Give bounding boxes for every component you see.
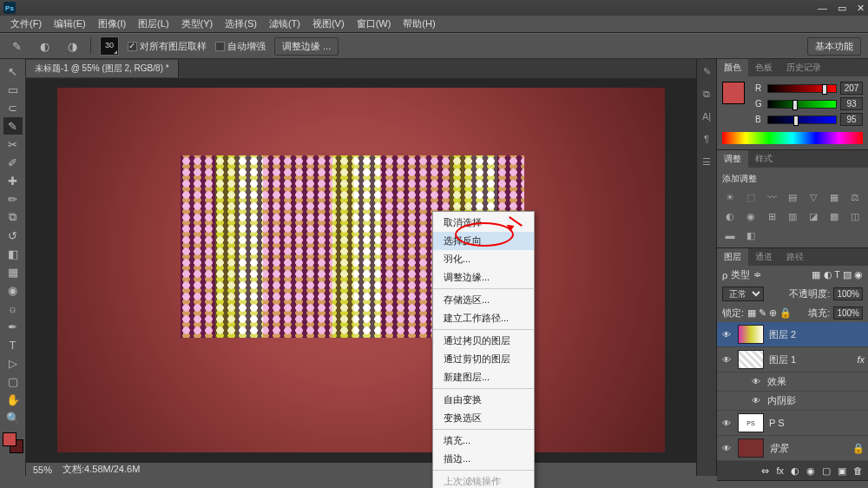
brightness-icon[interactable]: ☀ — [722, 190, 738, 204]
document-tab[interactable]: 未标题-1 @ 55% (图层 2, RGB/8) * — [26, 60, 179, 77]
char-panel-icon[interactable]: A| — [700, 109, 713, 123]
menu-image[interactable]: 图像(I) — [93, 16, 131, 32]
r-value[interactable]: 207 — [840, 82, 863, 95]
mixer-icon[interactable]: ⊞ — [764, 209, 779, 223]
levels-icon[interactable]: ⬚ — [743, 190, 759, 204]
styles-tab[interactable]: 样式 — [748, 150, 779, 168]
color-tab[interactable]: 颜色 — [717, 59, 748, 76]
path-tool[interactable]: ▷ — [3, 354, 23, 372]
menu-help[interactable]: 帮助(H) — [398, 16, 440, 32]
stamp-tool[interactable]: ⧉ — [3, 208, 23, 226]
history-brush-tool[interactable]: ↺ — [3, 227, 23, 244]
menu-cut-layer[interactable]: 通过剪切的图层 — [433, 350, 534, 368]
menu-copy-layer[interactable]: 通过拷贝的图层 — [433, 332, 534, 350]
menu-deselect[interactable]: 取消选择 — [433, 214, 534, 232]
fx-icon[interactable]: fx — [776, 465, 784, 476]
brush-preset[interactable]: 30 — [100, 36, 119, 56]
layer-name[interactable]: 图层 1 — [769, 353, 796, 366]
marquee-tool[interactable]: ▭ — [3, 81, 23, 98]
dodge-tool[interactable]: ☼ — [3, 300, 23, 317]
layer-row[interactable]: 👁 PS P S — [717, 411, 868, 436]
zoom-level[interactable]: 55% — [33, 465, 52, 475]
menu-save-selection[interactable]: 存储选区... — [433, 291, 534, 309]
quick-select-tool[interactable]: ✎ — [3, 117, 23, 135]
layer-row[interactable]: 👁 图层 1 fx — [717, 347, 868, 373]
curves-icon[interactable]: 〰 — [764, 190, 779, 204]
g-slider[interactable] — [767, 100, 837, 109]
mask-icon[interactable]: ◐ — [791, 465, 799, 477]
shape-tool[interactable]: ▢ — [3, 373, 23, 390]
menu-layer[interactable]: 图层(L) — [133, 16, 174, 32]
menu-type[interactable]: 类型(Y) — [176, 16, 219, 32]
nav-panel-icon[interactable]: ☰ — [700, 155, 713, 168]
hand-tool[interactable]: ✋ — [3, 391, 23, 408]
menu-select[interactable]: 选择(S) — [220, 16, 262, 32]
menu-make-path[interactable]: 建立工作路径... — [433, 309, 534, 327]
visibility-icon[interactable]: 👁 — [720, 355, 733, 365]
close-button[interactable]: ✕ — [857, 3, 865, 14]
layer-name[interactable]: P S — [769, 418, 785, 428]
type-tool[interactable]: T — [3, 336, 23, 353]
layers-tab[interactable]: 图层 — [717, 248, 748, 266]
menu-inverse[interactable]: 选择反向 — [433, 232, 534, 250]
invert-icon[interactable]: ◪ — [806, 209, 821, 223]
add-selection-icon[interactable]: ◑ — [62, 37, 82, 55]
history-tab[interactable]: 历史记录 — [779, 59, 828, 76]
pen-tool[interactable]: ✒ — [3, 318, 23, 335]
hue-icon[interactable]: ▦ — [826, 190, 842, 204]
photo-filter-icon[interactable]: ◉ — [743, 209, 759, 223]
visibility-icon[interactable]: 👁 — [750, 377, 762, 386]
menu-free-transform[interactable]: 自由变换 — [433, 391, 534, 409]
para-panel-icon[interactable]: ¶ — [700, 132, 713, 146]
workspace-selector[interactable]: 基本功能 — [807, 37, 861, 56]
paths-tab[interactable]: 路径 — [779, 248, 811, 266]
layer-row[interactable]: 👁 图层 2 — [717, 322, 868, 347]
refine-edge-button[interactable]: 调整边缘 ... — [274, 37, 339, 56]
visibility-icon[interactable]: 👁 — [720, 330, 733, 340]
opacity-value[interactable]: 100% — [833, 287, 863, 300]
adjust-tab[interactable]: 调整 — [717, 150, 748, 168]
brush-panel-icon[interactable]: ✎ — [700, 64, 713, 78]
menu-stroke[interactable]: 描边... — [433, 450, 534, 468]
menu-new-layer[interactable]: 新建图层... — [433, 368, 534, 386]
exposure-icon[interactable]: ▤ — [785, 190, 800, 204]
r-slider[interactable] — [767, 84, 837, 93]
visibility-icon[interactable]: 👁 — [750, 396, 762, 406]
menu-view[interactable]: 视图(V) — [307, 16, 350, 32]
b-value[interactable]: 95 — [840, 113, 863, 126]
g-value[interactable]: 93 — [840, 97, 863, 110]
spectrum-bar[interactable] — [722, 132, 863, 144]
zoom-tool[interactable]: 🔍 — [3, 409, 23, 426]
foreground-swatch[interactable] — [722, 82, 745, 104]
link-icon[interactable]: ⇔ — [761, 465, 769, 477]
layer-name[interactable]: 背景 — [769, 442, 788, 455]
trash-icon[interactable]: 🗑 — [853, 465, 863, 476]
balance-icon[interactable]: ⚖ — [847, 190, 863, 204]
bw-icon[interactable]: ◐ — [722, 209, 738, 223]
menu-fill[interactable]: 填充... — [433, 432, 534, 450]
lasso-tool[interactable]: ⊂ — [3, 99, 23, 116]
gradient-tool[interactable]: ▦ — [3, 263, 23, 280]
gradient-map-icon[interactable]: ▬ — [722, 228, 738, 242]
menu-file[interactable]: 文件(F) — [5, 16, 47, 32]
healing-tool[interactable]: ✚ — [3, 172, 23, 189]
new-layer-icon[interactable]: ▣ — [838, 465, 846, 477]
color-swatches[interactable] — [3, 432, 23, 453]
canvas[interactable] — [57, 88, 665, 452]
adjust-icon[interactable]: ◉ — [806, 465, 815, 477]
sample-all-checkbox[interactable] — [128, 42, 137, 51]
layer-effects[interactable]: 👁 效果 — [717, 373, 868, 392]
visibility-icon[interactable]: 👁 — [720, 419, 733, 428]
threshold-icon[interactable]: ◫ — [847, 209, 863, 223]
clone-panel-icon[interactable]: ⧉ — [700, 87, 713, 101]
move-tool[interactable]: ↖ — [3, 63, 23, 80]
filter-kind[interactable]: 类型 — [731, 268, 750, 281]
fill-value[interactable]: 100% — [833, 307, 863, 320]
menu-refine[interactable]: 调整边缘... — [433, 268, 534, 287]
group-icon[interactable]: ▢ — [822, 465, 831, 477]
crop-tool[interactable]: ✂ — [3, 135, 23, 153]
lookup-icon[interactable]: ▥ — [785, 209, 800, 223]
blur-tool[interactable]: ◉ — [3, 281, 23, 299]
visibility-icon[interactable]: 👁 — [720, 444, 733, 453]
minimize-button[interactable]: — — [818, 3, 827, 14]
